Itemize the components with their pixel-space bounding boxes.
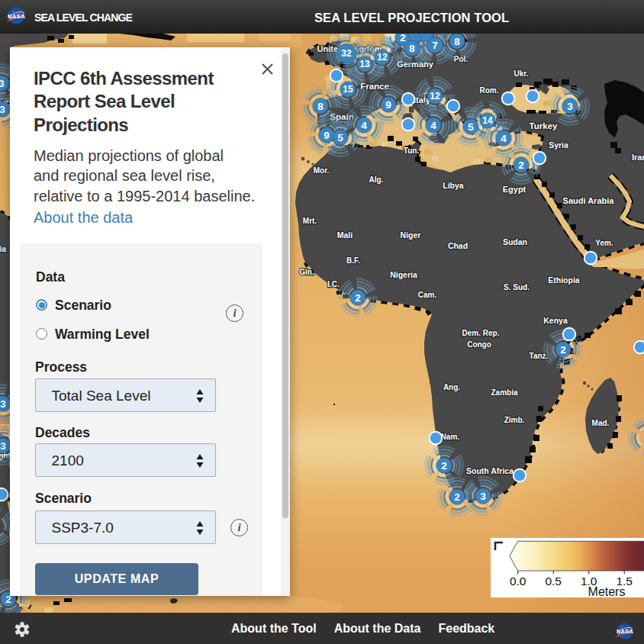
svg-text:Libya: Libya <box>443 181 464 190</box>
svg-text:Yem.: Yem. <box>595 239 613 247</box>
svg-text:NASA: NASA <box>617 628 633 635</box>
svg-text:Niger: Niger <box>401 230 421 240</box>
svg-text:Mrt.: Mrt. <box>303 217 317 225</box>
svg-text:Nam.: Nam. <box>441 433 460 441</box>
svg-text:Rom.: Rom. <box>480 86 499 95</box>
svg-text:Chad: Chad <box>448 241 468 250</box>
svg-text:2: 2 <box>355 292 361 304</box>
svg-text:Mali: Mali <box>337 230 353 240</box>
svg-text:4: 4 <box>501 133 507 144</box>
svg-text:14: 14 <box>482 115 493 126</box>
svg-text:Turkey: Turkey <box>530 121 558 130</box>
svg-text:2: 2 <box>441 460 447 472</box>
svg-text:Saudi Arabia: Saudi Arabia <box>563 196 615 205</box>
svg-text:Ukr.: Ukr. <box>514 69 529 78</box>
svg-text:2: 2 <box>560 344 566 356</box>
svg-text:3: 3 <box>0 440 6 452</box>
svg-text:Zimb.: Zimb. <box>504 416 525 424</box>
svg-text:12: 12 <box>377 52 388 63</box>
svg-text:0.5: 0.5 <box>545 575 562 588</box>
svg-text:2: 2 <box>454 491 460 503</box>
svg-text:Egypt: Egypt <box>503 185 526 194</box>
svg-text:12: 12 <box>430 91 440 101</box>
svg-text:Iran: Iran <box>632 153 644 162</box>
svg-text:B.F.: B.F. <box>346 256 360 265</box>
svg-text:3: 3 <box>0 78 5 89</box>
svg-text:Ang.: Ang. <box>443 383 460 391</box>
svg-text:Kenya: Kenya <box>543 316 568 325</box>
svg-text:5: 5 <box>468 121 474 133</box>
svg-text:2: 2 <box>400 32 406 43</box>
svg-text:Alg.: Alg. <box>369 175 384 184</box>
svg-text:Meters: Meters <box>588 585 626 597</box>
svg-text:S. Sud.: S. Sud. <box>504 283 530 291</box>
svg-text:8: 8 <box>454 36 460 47</box>
svg-text:ia: ia <box>0 245 7 253</box>
svg-text:4: 4 <box>361 120 367 131</box>
svg-text:Syria: Syria <box>549 140 568 150</box>
svg-text:Cam.: Cam. <box>418 291 437 299</box>
svg-text:Dem. Rep.: Dem. Rep. <box>462 329 500 337</box>
svg-text:9: 9 <box>385 99 391 111</box>
svg-text:3: 3 <box>0 398 6 410</box>
svg-text:South Africa: South Africa <box>466 466 514 475</box>
svg-text:Nigeria: Nigeria <box>390 270 417 279</box>
svg-text:Mad.: Mad. <box>592 419 610 427</box>
svg-text:8: 8 <box>409 43 415 54</box>
svg-text:Congo: Congo <box>467 340 491 349</box>
svg-text:7: 7 <box>432 40 438 51</box>
svg-text:9: 9 <box>324 130 330 141</box>
svg-text:13: 13 <box>359 59 370 69</box>
svg-text:Mor.: Mor. <box>314 166 330 175</box>
svg-text:5: 5 <box>337 132 343 143</box>
svg-text:8: 8 <box>317 101 324 112</box>
svg-text:NASA: NASA <box>8 13 25 20</box>
svg-text:32: 32 <box>341 48 352 59</box>
svg-text:Gin.: Gin. <box>299 268 314 276</box>
svg-text:2: 2 <box>518 159 524 171</box>
svg-text:I.C.: I.C. <box>327 280 340 288</box>
svg-text:0.0: 0.0 <box>510 575 526 588</box>
svg-text:3: 3 <box>567 101 573 112</box>
svg-text:3: 3 <box>0 104 5 115</box>
svg-text:Zambia: Zambia <box>491 388 517 397</box>
svg-text:Tun.: Tun. <box>404 147 420 155</box>
svg-text:15: 15 <box>343 84 353 95</box>
svg-text:Sudan: Sudan <box>503 237 527 246</box>
svg-text:3: 3 <box>480 491 486 502</box>
svg-text:Ethiopia: Ethiopia <box>548 275 580 285</box>
svg-text:4: 4 <box>430 120 436 131</box>
